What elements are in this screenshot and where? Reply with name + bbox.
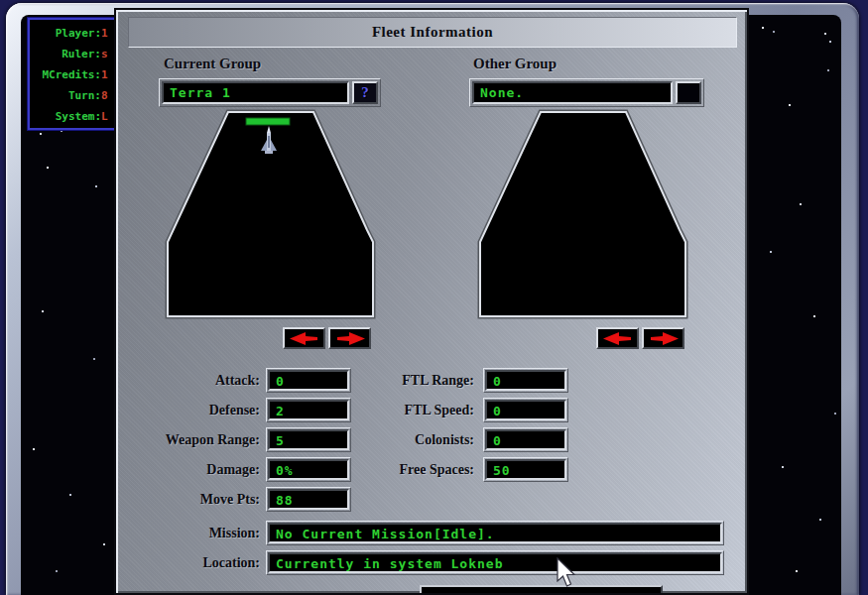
weapon-range-label: Weapon Range: [116,427,260,452]
hud-turn-value: 8 [101,89,114,102]
ftl-range-value: 0 [487,372,564,391]
dialog-title: Fleet Information [372,24,493,40]
hud-row-ruler: Ruler:s [30,44,114,64]
hud-system-value: L [101,110,114,123]
hud-mcredits-value: 1 [101,68,114,81]
move-pts-value: 88 [270,491,347,510]
current-next-ship-button[interactable] [328,327,371,349]
ftl-speed-field: 0 [483,398,568,422]
hud-system-label: System: [56,110,101,123]
dialog-titlebar: Fleet Information [128,17,737,48]
other-group-field[interactable]: None. [472,81,673,104]
other-next-ship-button[interactable] [642,327,684,349]
arrow-right-icon [334,332,366,345]
other-group-help-button[interactable] [676,81,701,104]
free-spaces-value: 50 [487,461,564,480]
arrow-left-icon [602,332,634,345]
attack-label: Attack: [116,368,260,393]
current-group-help-button[interactable]: ? [352,81,378,104]
defense-label: Defense: [116,398,260,422]
arrow-right-icon [648,332,680,345]
hud-row-turn: Turn:8 [30,85,114,106]
current-group-viewport [164,109,377,319]
hud-ruler-label: Ruler: [62,48,101,60]
ship-health-bar [246,118,290,125]
hud-row-mcredits: MCredits:1 [30,64,114,85]
hud-player-label: Player: [56,27,101,40]
current-group-value: Terra 1 [164,83,347,102]
hud-turn-label: Turn: [68,89,101,102]
hud-row-system: System:L [30,106,114,127]
other-prev-ship-button[interactable] [596,327,639,349]
hud-mcredits-label: MCredits: [42,68,101,81]
hud-player-value: 1 [101,27,114,40]
other-group-value: None. [474,83,671,102]
mission-label: Mission: [116,521,260,545]
hud-status-panel: Player:1 Ruler:s MCredits:1 Turn:8 Syste… [28,18,117,130]
move-pts-field: 88 [266,487,351,512]
question-mark-icon: ? [361,84,369,100]
mission-field: No Current Mission[Idle]. [266,521,724,545]
other-group-label: Other Group [473,56,557,72]
location-label: Location: [116,550,260,575]
other-group-combo: None. [469,78,704,107]
hud-row-player: Player:1 [30,23,114,44]
colonists-label: Colonists: [329,427,474,452]
colonists-value: 0 [487,431,564,450]
bottom-panel-partial [420,585,663,595]
free-spaces-field: 50 [483,457,568,482]
current-group-field[interactable]: Terra 1 [162,81,349,104]
mission-value: No Current Mission[Idle]. [270,525,720,543]
ftl-speed-value: 0 [487,402,564,420]
colonists-field: 0 [483,427,568,452]
ftl-range-field: 0 [483,368,568,393]
location-field: Currently in system Lokneb [266,550,724,575]
fleet-information-dialog: Fleet Information Current Group Other Gr… [114,8,749,595]
hud-ruler-value: s [101,48,114,60]
location-value: Currently in system Lokneb [270,554,720,573]
free-spaces-label: Free Spaces: [329,457,474,482]
move-pts-label: Move Pts: [116,487,260,512]
ftl-speed-label: FTL Speed: [329,398,474,422]
current-group-combo: Terra 1 ? [159,78,381,107]
arrow-left-icon [289,332,320,345]
ftl-range-label: FTL Range: [329,368,474,393]
game-screen: Player:1 Ruler:s MCredits:1 Turn:8 Syste… [0,0,868,595]
current-group-label: Current Group [164,56,261,72]
current-prev-ship-button[interactable] [283,327,325,349]
other-group-viewport [476,109,689,319]
damage-label: Damage: [116,457,260,482]
